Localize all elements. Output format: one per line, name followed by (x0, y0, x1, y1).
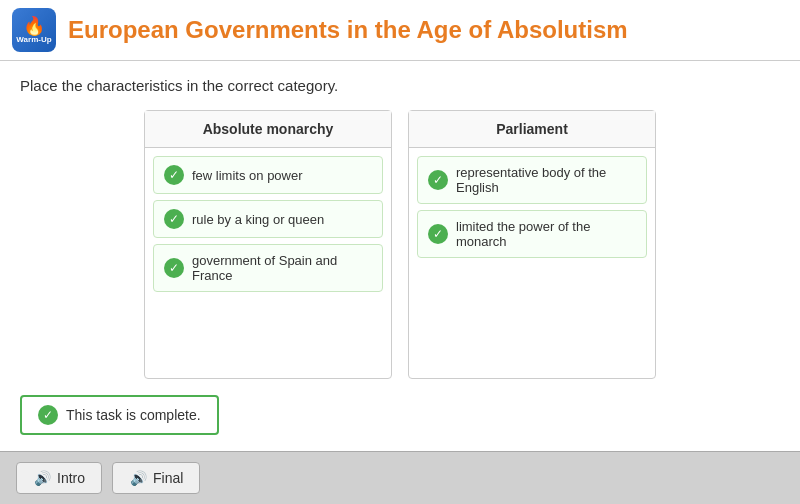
task-check-icon: ✓ (38, 405, 58, 425)
page-title: European Governments in the Age of Absol… (68, 16, 628, 44)
instruction-text: Place the characteristics in the correct… (20, 77, 780, 94)
list-item: ✓ limited the power of the monarch (417, 210, 647, 258)
absolute-monarchy-header: Absolute monarchy (145, 111, 391, 148)
list-item: ✓ government of Spain and France (153, 244, 383, 292)
absolute-monarchy-category: Absolute monarchy ✓ few limits on power … (144, 110, 392, 379)
check-icon: ✓ (164, 258, 184, 278)
task-complete-label: This task is complete. (66, 407, 201, 423)
check-icon: ✓ (428, 170, 448, 190)
header: 🔥 Warm-Up European Governments in the Ag… (0, 0, 800, 61)
item-text: government of Spain and France (192, 253, 372, 283)
list-item: ✓ few limits on power (153, 156, 383, 194)
categories-container: Absolute monarchy ✓ few limits on power … (20, 110, 780, 379)
parliament-category: Parliament ✓ representative body of the … (408, 110, 656, 379)
status-bar: ✓ This task is complete. (20, 395, 780, 435)
speaker-icon: 🔊 (129, 469, 147, 487)
absolute-monarchy-items: ✓ few limits on power ✓ rule by a king o… (145, 148, 391, 300)
item-text: few limits on power (192, 168, 303, 183)
main-content: Place the characteristics in the correct… (0, 61, 800, 451)
task-complete-badge: ✓ This task is complete. (20, 395, 219, 435)
final-label: Final (153, 470, 183, 486)
intro-button[interactable]: 🔊 Intro (16, 462, 102, 494)
parliament-header: Parliament (409, 111, 655, 148)
item-text: rule by a king or queen (192, 212, 324, 227)
list-item: ✓ representative body of the English (417, 156, 647, 204)
intro-label: Intro (57, 470, 85, 486)
footer: 🔊 Intro 🔊 Final (0, 451, 800, 504)
list-item: ✓ rule by a king or queen (153, 200, 383, 238)
check-icon: ✓ (164, 165, 184, 185)
check-icon: ✓ (164, 209, 184, 229)
speaker-icon: 🔊 (33, 469, 51, 487)
item-text: representative body of the English (456, 165, 636, 195)
check-icon: ✓ (428, 224, 448, 244)
item-text: limited the power of the monarch (456, 219, 636, 249)
warmup-icon: 🔥 Warm-Up (12, 8, 56, 52)
parliament-items: ✓ representative body of the English ✓ l… (409, 148, 655, 266)
final-button[interactable]: 🔊 Final (112, 462, 200, 494)
